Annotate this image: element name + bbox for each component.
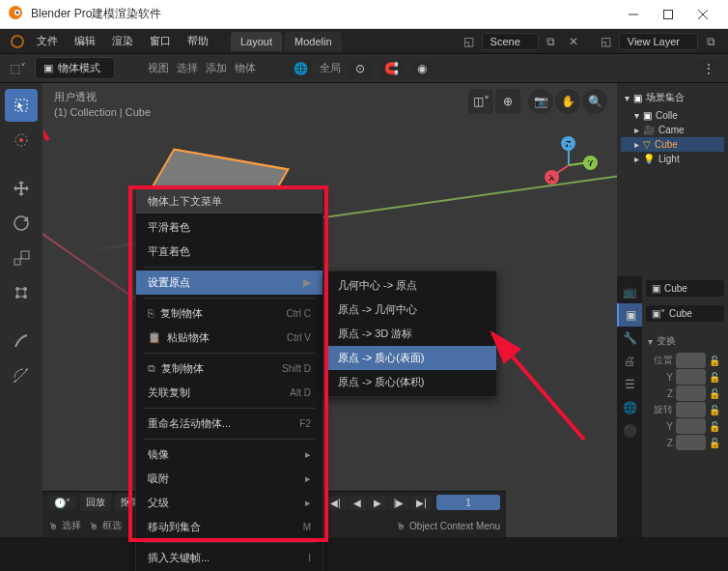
orientation-icon[interactable]: 🌐 — [289, 59, 312, 78]
ctx-shade-flat[interactable]: 平直着色 — [136, 240, 322, 264]
cursor-tool[interactable] — [5, 124, 38, 157]
layer-browse-icon[interactable]: ◱ — [597, 32, 616, 51]
ctx-snap[interactable]: 吸附▸ — [136, 467, 322, 491]
lock-icon[interactable]: 🔓 — [709, 372, 724, 383]
sub-origin-to-com-surface[interactable]: 原点 -> 质心(表面) — [324, 346, 496, 370]
ctx-paste[interactable]: 📋粘贴物体Ctrl V — [136, 326, 322, 350]
outliner-item-collection[interactable]: ▾ ▣ Colle — [621, 108, 724, 123]
ctx-mirror[interactable]: 镜像▸ — [136, 443, 322, 467]
prop-tab-layer[interactable]: ☰ — [617, 373, 642, 396]
pivot-icon[interactable]: ⊙ — [349, 59, 372, 78]
ctx-insert-keyframe[interactable]: 插入关键帧...I — [136, 546, 322, 570]
ctx-shade-smooth[interactable]: 平滑着色 — [136, 215, 322, 240]
lock-icon[interactable]: 🔓 — [709, 356, 724, 366]
vp-gizmo-icon[interactable]: ⊕ — [495, 89, 520, 114]
ctx-set-origin[interactable]: 设置原点▶ — [136, 271, 322, 295]
window-maximize-button[interactable] — [651, 1, 686, 28]
window-close-button[interactable] — [686, 1, 720, 28]
jump-end-button[interactable]: ▶| — [410, 496, 433, 510]
prop-tab-object[interactable]: ▣ — [617, 303, 642, 327]
scene-selector[interactable]: Scene — [482, 33, 539, 50]
rot-z-field[interactable] — [676, 435, 706, 450]
prop-tab-scene[interactable]: 🌐 — [617, 396, 642, 419]
transform-section-header[interactable]: ▾ 变换 — [646, 330, 724, 352]
lock-icon[interactable]: 🔓 — [709, 421, 724, 432]
play-rev-button[interactable]: ◀ — [348, 496, 367, 510]
menu-window[interactable]: 窗口 — [143, 31, 178, 51]
playback-menu[interactable]: 回放 — [80, 494, 111, 511]
scene-close-icon[interactable]: ✕ — [564, 32, 583, 51]
header-view[interactable]: 视图 — [148, 61, 169, 75]
layer-name: View Layer — [628, 36, 680, 47]
ctx-move-collection[interactable]: 移动到集合M — [136, 515, 322, 539]
play-button[interactable]: ▶ — [368, 496, 387, 510]
menu-help[interactable]: 帮助 — [181, 31, 215, 51]
scene-copy-icon[interactable]: ⧉ — [542, 32, 561, 51]
outliner-item-cube[interactable]: ▸ ▽ Cube — [621, 137, 724, 152]
snap-icon[interactable]: 🧲 — [379, 59, 403, 78]
proportional-icon[interactable]: ◉ — [410, 59, 434, 78]
tool-pin-icon[interactable]: ⋮ — [697, 59, 720, 78]
header-select[interactable]: 选择 — [177, 61, 198, 75]
menu-edit[interactable]: 编辑 — [68, 31, 102, 51]
vp-options-icon[interactable]: ◫˅ — [468, 89, 493, 114]
current-frame[interactable]: 1 — [436, 495, 500, 510]
prop-data-name[interactable]: ▣˅ Cube — [646, 305, 724, 322]
vp-zoom-icon[interactable]: 🔍 — [582, 89, 607, 114]
editor-type-icon[interactable]: ⬚˅ — [8, 59, 27, 78]
prev-key-button[interactable]: ◀| — [324, 496, 347, 510]
menu-render[interactable]: 渲染 — [105, 31, 140, 51]
ctx-parent[interactable]: 父级▸ — [136, 491, 322, 515]
ctx-linked-duplicate[interactable]: 关联复制Alt D — [136, 381, 322, 405]
loc-x-field[interactable] — [676, 353, 706, 368]
ctx-rename[interactable]: 重命名活动物体...F2 — [136, 412, 322, 436]
window-minimize-button[interactable] — [616, 1, 651, 28]
annotate-tool[interactable] — [5, 325, 38, 357]
rot-y-field[interactable] — [676, 418, 706, 434]
navigation-gizmo[interactable]: Z Y X — [540, 136, 598, 194]
layer-copy-icon[interactable]: ⧉ — [701, 32, 720, 51]
window-titlebar: Blender Pro建模渲染软件 — [0, 0, 728, 29]
scene-browse-icon[interactable]: ◱ — [460, 32, 479, 51]
orientation-label[interactable]: 全局 — [320, 61, 341, 75]
outliner-header[interactable]: ▾ ▣ 场景集合 — [621, 87, 724, 108]
header-add[interactable]: 添加 — [206, 61, 227, 75]
vp-camera-icon[interactable]: 📷 — [528, 89, 553, 114]
sub-origin-to-geom[interactable]: 原点 -> 几何中心 — [324, 298, 496, 322]
outliner-item-light[interactable]: ▸ 💡 Light — [621, 152, 724, 166]
vp-pan-icon[interactable]: ✋ — [555, 89, 580, 114]
lock-icon[interactable]: 🔓 — [709, 388, 724, 399]
prop-tab-output[interactable]: 🖨 — [617, 350, 642, 373]
shortcut-label: Alt D — [290, 387, 311, 398]
layer-selector[interactable]: View Layer — [619, 33, 698, 50]
loc-z-field[interactable] — [676, 385, 706, 401]
lock-icon[interactable]: 🔓 — [709, 405, 724, 415]
mode-selector[interactable]: ▣ 物体模式 — [35, 57, 115, 79]
rotate-tool[interactable] — [5, 207, 38, 240]
outliner-item-camera[interactable]: ▸ 🎥 Came — [621, 123, 724, 137]
next-key-button[interactable]: |▶ — [388, 496, 410, 510]
timeline-editor-icon[interactable]: 🕐˅ — [48, 496, 76, 510]
loc-y-field[interactable] — [676, 369, 706, 385]
sub-geom-to-origin[interactable]: 几何中心 -> 原点 — [324, 273, 496, 298]
prop-tab-world[interactable]: ⚫ — [617, 419, 642, 443]
prop-tab-modifier[interactable]: 🔧 — [617, 327, 642, 350]
select-box-tool[interactable] — [5, 89, 38, 122]
prop-object-name[interactable]: ▣ Cube — [646, 280, 724, 297]
scale-tool[interactable] — [5, 242, 38, 274]
sub-origin-to-com-volume[interactable]: 原点 -> 质心(体积) — [324, 370, 496, 394]
move-tool[interactable] — [5, 172, 38, 205]
sub-origin-to-cursor[interactable]: 原点 -> 3D 游标 — [324, 322, 496, 346]
blender-icon[interactable] — [8, 32, 27, 51]
workspace-tab-modeling[interactable]: Modelin — [285, 32, 342, 51]
lock-icon[interactable]: 🔓 — [709, 438, 724, 448]
workspace-tab-layout[interactable]: Layout — [231, 32, 282, 51]
ctx-copy[interactable]: ⎘复制物体Ctrl C — [136, 301, 322, 326]
prop-tab-render[interactable]: 📺 — [617, 280, 642, 303]
ctx-duplicate[interactable]: ⧉复制物体Shift D — [136, 357, 322, 381]
header-object[interactable]: 物体 — [235, 61, 256, 75]
rot-x-field[interactable] — [676, 402, 706, 417]
measure-tool[interactable] — [5, 359, 38, 392]
transform-tool[interactable] — [5, 276, 38, 309]
menu-file[interactable]: 文件 — [30, 31, 65, 51]
